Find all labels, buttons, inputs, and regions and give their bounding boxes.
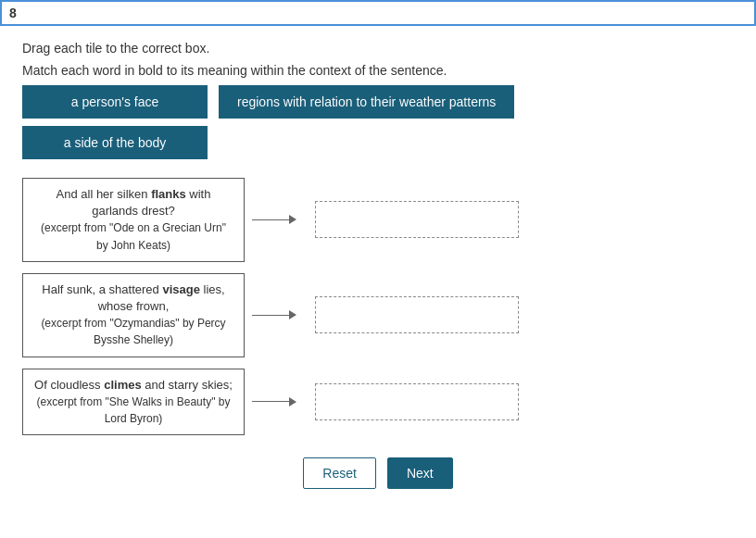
drop-zone-1[interactable] — [315, 201, 519, 238]
sentence-1-text: And all her silken flanks with garlands … — [34, 186, 233, 254]
match-row-2: Half sunk, a shattered visage lies, whos… — [22, 273, 734, 357]
question-number: 8 — [0, 0, 756, 26]
tiles-area: a person's face a side of the body regio… — [22, 85, 734, 159]
left-tiles: a person's face a side of the body — [22, 85, 208, 159]
instruction-line2: Match each word in bold to its meaning w… — [22, 63, 734, 78]
sentence-1: And all her silken flanks with garlands … — [22, 178, 245, 262]
arrow-1 — [252, 215, 308, 224]
drop-zone-2[interactable] — [315, 296, 519, 333]
buttons-area: Reset Next — [22, 457, 734, 489]
right-tiles: regions with relation to their weather p… — [219, 85, 514, 159]
arrow-2 — [252, 310, 308, 319]
instruction-line1: Drag each tile to the correct box. — [22, 41, 734, 56]
next-button[interactable]: Next — [387, 457, 453, 489]
drop-zone-3[interactable] — [315, 383, 519, 420]
match-row-1: And all her silken flanks with garlands … — [22, 178, 734, 262]
reset-button[interactable]: Reset — [303, 457, 376, 489]
matching-area: And all her silken flanks with garlands … — [22, 178, 734, 435]
match-row-3: Of cloudless climes and starry skies; (e… — [22, 369, 734, 436]
arrow-3 — [252, 397, 308, 407]
sentence-2: Half sunk, a shattered visage lies, whos… — [22, 273, 245, 357]
sentence-2-text: Half sunk, a shattered visage lies, whos… — [34, 282, 233, 349]
tile-face[interactable]: a person's face — [22, 85, 208, 119]
tile-body[interactable]: a side of the body — [22, 126, 208, 159]
tile-weather[interactable]: regions with relation to their weather p… — [219, 85, 514, 119]
sentence-3-text: Of cloudless climes and starry skies; (e… — [34, 377, 233, 428]
sentence-3: Of cloudless climes and starry skies; (e… — [22, 369, 245, 436]
